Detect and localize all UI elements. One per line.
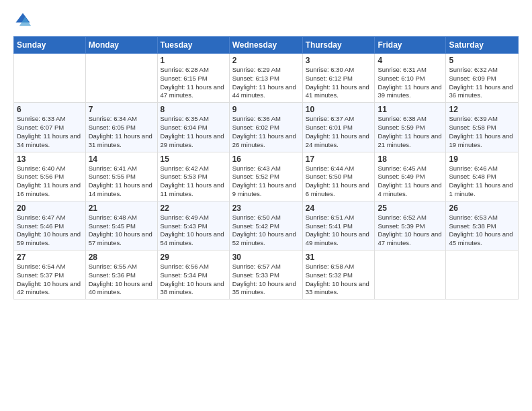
day-detail: Sunrise: 6:29 AM Sunset: 6:13 PM Dayligh… <box>232 66 300 100</box>
calendar-cell: 28Sunrise: 6:55 AM Sunset: 5:36 PM Dayli… <box>85 250 157 300</box>
day-number: 9 <box>232 105 300 114</box>
day-detail: Sunrise: 6:38 AM Sunset: 5:59 PM Dayligh… <box>378 115 443 149</box>
calendar-cell: 15Sunrise: 6:42 AM Sunset: 5:53 PM Dayli… <box>157 152 229 201</box>
day-detail: Sunrise: 6:31 AM Sunset: 6:10 PM Dayligh… <box>378 66 443 100</box>
day-detail: Sunrise: 6:47 AM Sunset: 5:46 PM Dayligh… <box>17 214 83 248</box>
calendar-cell: 24Sunrise: 6:51 AM Sunset: 5:41 PM Dayli… <box>302 201 375 250</box>
day-number: 25 <box>378 203 443 213</box>
day-number: 23 <box>232 203 300 213</box>
day-detail: Sunrise: 6:43 AM Sunset: 5:52 PM Dayligh… <box>232 165 300 199</box>
day-detail: Sunrise: 6:36 AM Sunset: 6:02 PM Dayligh… <box>232 115 300 149</box>
calendar-cell: 6Sunrise: 6:33 AM Sunset: 6:07 PM Daylig… <box>14 103 86 152</box>
day-detail: Sunrise: 6:54 AM Sunset: 5:37 PM Dayligh… <box>17 263 83 297</box>
day-number: 4 <box>378 56 443 65</box>
day-detail: Sunrise: 6:39 AM Sunset: 5:58 PM Dayligh… <box>449 115 515 149</box>
day-number: 24 <box>306 203 372 213</box>
day-detail: Sunrise: 6:37 AM Sunset: 6:01 PM Dayligh… <box>306 115 372 149</box>
day-number: 12 <box>449 105 515 114</box>
day-detail: Sunrise: 6:28 AM Sunset: 6:15 PM Dayligh… <box>161 66 226 100</box>
calendar-cell: 3Sunrise: 6:30 AM Sunset: 6:12 PM Daylig… <box>302 54 375 103</box>
day-number: 29 <box>161 253 226 262</box>
day-number: 2 <box>232 56 300 65</box>
calendar-table: SundayMondayTuesdayWednesdayThursdayFrid… <box>13 36 519 300</box>
calendar-cell: 26Sunrise: 6:53 AM Sunset: 5:38 PM Dayli… <box>446 201 519 250</box>
calendar-cell: 13Sunrise: 6:40 AM Sunset: 5:56 PM Dayli… <box>14 152 86 201</box>
day-detail: Sunrise: 6:52 AM Sunset: 5:39 PM Dayligh… <box>378 214 443 248</box>
day-detail: Sunrise: 6:41 AM Sunset: 5:55 PM Dayligh… <box>89 165 154 199</box>
calendar-header-thursday: Thursday <box>302 37 375 54</box>
calendar-cell: 12Sunrise: 6:39 AM Sunset: 5:58 PM Dayli… <box>446 103 519 152</box>
day-number: 6 <box>17 105 83 114</box>
header <box>13 11 519 30</box>
calendar-cell: 23Sunrise: 6:50 AM Sunset: 5:42 PM Dayli… <box>229 201 302 250</box>
day-detail: Sunrise: 6:30 AM Sunset: 6:12 PM Dayligh… <box>306 66 372 100</box>
calendar-cell: 19Sunrise: 6:46 AM Sunset: 5:48 PM Dayli… <box>446 152 519 201</box>
day-number: 28 <box>89 253 154 262</box>
day-detail: Sunrise: 6:45 AM Sunset: 5:49 PM Dayligh… <box>378 165 443 199</box>
day-detail: Sunrise: 6:55 AM Sunset: 5:36 PM Dayligh… <box>89 263 154 297</box>
day-number: 18 <box>378 154 443 164</box>
calendar-header-wednesday: Wednesday <box>229 37 302 54</box>
day-detail: Sunrise: 6:34 AM Sunset: 6:05 PM Dayligh… <box>89 115 154 149</box>
calendar-cell: 2Sunrise: 6:29 AM Sunset: 6:13 PM Daylig… <box>229 54 302 103</box>
calendar-cell: 11Sunrise: 6:38 AM Sunset: 5:59 PM Dayli… <box>375 103 446 152</box>
day-number: 30 <box>232 253 300 262</box>
day-number: 20 <box>17 203 83 213</box>
day-detail: Sunrise: 6:44 AM Sunset: 5:50 PM Dayligh… <box>306 165 372 199</box>
day-number: 31 <box>306 253 372 262</box>
day-number: 17 <box>306 154 372 164</box>
day-detail: Sunrise: 6:40 AM Sunset: 5:56 PM Dayligh… <box>17 165 83 199</box>
page: SundayMondayTuesdayWednesdayThursdayFrid… <box>0 0 532 411</box>
calendar-header-sunday: Sunday <box>14 37 86 54</box>
calendar-header-monday: Monday <box>85 37 157 54</box>
day-detail: Sunrise: 6:35 AM Sunset: 6:04 PM Dayligh… <box>161 115 226 149</box>
day-number: 5 <box>449 56 515 65</box>
day-number: 26 <box>449 203 515 213</box>
day-number: 16 <box>232 154 300 164</box>
calendar-cell: 22Sunrise: 6:49 AM Sunset: 5:43 PM Dayli… <box>157 201 229 250</box>
calendar-cell: 9Sunrise: 6:36 AM Sunset: 6:02 PM Daylig… <box>229 103 302 152</box>
day-detail: Sunrise: 6:33 AM Sunset: 6:07 PM Dayligh… <box>17 115 83 149</box>
day-detail: Sunrise: 6:46 AM Sunset: 5:48 PM Dayligh… <box>449 165 515 199</box>
calendar-cell: 29Sunrise: 6:56 AM Sunset: 5:34 PM Dayli… <box>157 250 229 300</box>
calendar-cell: 25Sunrise: 6:52 AM Sunset: 5:39 PM Dayli… <box>375 201 446 250</box>
day-detail: Sunrise: 6:53 AM Sunset: 5:38 PM Dayligh… <box>449 214 515 248</box>
calendar-cell: 5Sunrise: 6:32 AM Sunset: 6:09 PM Daylig… <box>446 54 519 103</box>
calendar-cell: 20Sunrise: 6:47 AM Sunset: 5:46 PM Dayli… <box>14 201 86 250</box>
day-number: 15 <box>161 154 226 164</box>
calendar-header-friday: Friday <box>375 37 446 54</box>
day-detail: Sunrise: 6:49 AM Sunset: 5:43 PM Dayligh… <box>161 214 226 248</box>
calendar-cell: 27Sunrise: 6:54 AM Sunset: 5:37 PM Dayli… <box>14 250 86 300</box>
calendar-week-row: 20Sunrise: 6:47 AM Sunset: 5:46 PM Dayli… <box>14 201 519 250</box>
day-number: 13 <box>17 154 83 164</box>
calendar-cell <box>375 250 446 300</box>
calendar-cell: 21Sunrise: 6:48 AM Sunset: 5:45 PM Dayli… <box>85 201 157 250</box>
calendar-cell: 7Sunrise: 6:34 AM Sunset: 6:05 PM Daylig… <box>85 103 157 152</box>
day-detail: Sunrise: 6:51 AM Sunset: 5:41 PM Dayligh… <box>306 214 372 248</box>
day-detail: Sunrise: 6:58 AM Sunset: 5:32 PM Dayligh… <box>306 263 372 297</box>
day-number: 11 <box>378 105 443 114</box>
day-number: 10 <box>306 105 372 114</box>
day-detail: Sunrise: 6:50 AM Sunset: 5:42 PM Dayligh… <box>232 214 300 248</box>
day-number: 19 <box>449 154 515 164</box>
calendar-week-row: 1Sunrise: 6:28 AM Sunset: 6:15 PM Daylig… <box>14 54 519 103</box>
day-number: 14 <box>89 154 154 164</box>
calendar-cell: 14Sunrise: 6:41 AM Sunset: 5:55 PM Dayli… <box>85 152 157 201</box>
day-detail: Sunrise: 6:42 AM Sunset: 5:53 PM Dayligh… <box>161 165 226 199</box>
calendar-cell: 18Sunrise: 6:45 AM Sunset: 5:49 PM Dayli… <box>375 152 446 201</box>
calendar-cell: 31Sunrise: 6:58 AM Sunset: 5:32 PM Dayli… <box>302 250 375 300</box>
calendar-cell: 1Sunrise: 6:28 AM Sunset: 6:15 PM Daylig… <box>157 54 229 103</box>
calendar-cell: 16Sunrise: 6:43 AM Sunset: 5:52 PM Dayli… <box>229 152 302 201</box>
calendar-cell: 4Sunrise: 6:31 AM Sunset: 6:10 PM Daylig… <box>375 54 446 103</box>
day-number: 21 <box>89 203 154 213</box>
day-detail: Sunrise: 6:56 AM Sunset: 5:34 PM Dayligh… <box>161 263 226 297</box>
calendar-week-row: 6Sunrise: 6:33 AM Sunset: 6:07 PM Daylig… <box>14 103 519 152</box>
calendar-cell <box>85 54 157 103</box>
day-number: 7 <box>89 105 154 114</box>
calendar-cell <box>446 250 519 300</box>
day-number: 27 <box>17 253 83 262</box>
logo <box>13 11 35 30</box>
day-detail: Sunrise: 6:57 AM Sunset: 5:33 PM Dayligh… <box>232 263 300 297</box>
day-detail: Sunrise: 6:48 AM Sunset: 5:45 PM Dayligh… <box>89 214 154 248</box>
day-number: 22 <box>161 203 226 213</box>
